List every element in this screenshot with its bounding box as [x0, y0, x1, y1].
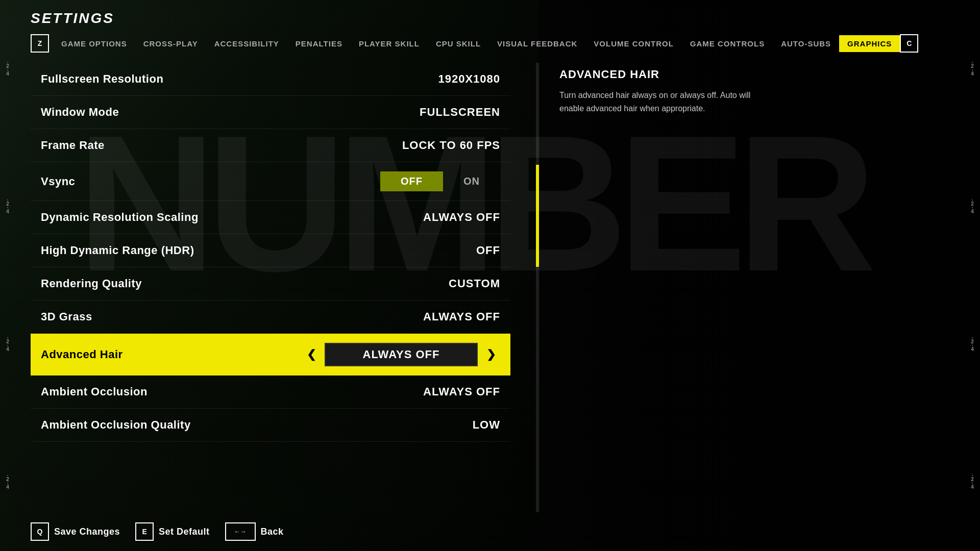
- info-panel-title: ADVANCED HAIR: [559, 68, 764, 81]
- setting-row-fullscreen-resolution[interactable]: Fullscreen Resolution 1920X1080: [31, 63, 510, 96]
- setting-value-rendering-quality: CUSTOM: [449, 277, 500, 290]
- setting-value-ambient-occlusion: ALWAYS OFF: [423, 385, 500, 398]
- vsync-toggle[interactable]: OFF ON: [380, 171, 500, 191]
- tab-cpu-skill[interactable]: CPU SKILL: [428, 35, 489, 52]
- nav-tabs: Z GAME OPTIONS CROSS-PLAY ACCESSIBILITY …: [31, 34, 949, 53]
- tab-cross-play[interactable]: CROSS-PLAY: [135, 35, 206, 52]
- tab-graphics[interactable]: GRAPHICS: [839, 35, 900, 52]
- footer-set-default[interactable]: E Set Default: [135, 522, 210, 541]
- scroll-indicator: [536, 63, 539, 512]
- tab-accessibility[interactable]: ACCESSIBILITY: [206, 35, 287, 52]
- vsync-off-button[interactable]: OFF: [380, 171, 443, 191]
- tab-player-skill[interactable]: PLAYER SKILL: [351, 35, 428, 52]
- setting-value-ambient-occlusion-quality: LOW: [473, 418, 500, 432]
- setting-value-fullscreen-resolution: 1920X1080: [438, 72, 500, 86]
- header: SETTINGS Z GAME OPTIONS CROSS-PLAY ACCES…: [0, 0, 980, 53]
- setting-value-hdr: OFF: [476, 244, 500, 257]
- scroll-thumb: [536, 165, 539, 267]
- setting-row-window-mode[interactable]: Window Mode FULLSCREEN: [31, 96, 510, 129]
- tab-volume-control[interactable]: VOLUME CONTROL: [585, 35, 682, 52]
- back-key: ←→: [225, 522, 256, 541]
- tab-game-options[interactable]: GAME OPTIONS: [53, 35, 135, 52]
- setting-name-hdr: High Dynamic Range (HDR): [41, 244, 194, 257]
- tab-game-controls[interactable]: GAME CONTROLS: [682, 35, 773, 52]
- advanced-hair-left-arrow[interactable]: ❮: [302, 344, 321, 365]
- setting-value-dynamic-resolution: ALWAYS OFF: [423, 211, 500, 224]
- info-panel: ADVANCED HAIR Turn advanced hair always …: [559, 63, 764, 512]
- nav-left-bracket[interactable]: Z: [31, 34, 49, 53]
- footer: Q Save Changes E Set Default ←→ Back: [0, 512, 980, 551]
- setting-row-3d-grass[interactable]: 3D Grass ALWAYS OFF: [31, 300, 510, 334]
- tab-visual-feedback[interactable]: VISUAL FEEDBACK: [489, 35, 585, 52]
- advanced-hair-right-arrow[interactable]: ❯: [482, 344, 500, 365]
- setting-value-window-mode: FULLSCREEN: [420, 106, 500, 119]
- setting-name-3d-grass: 3D Grass: [41, 310, 92, 323]
- setting-name-ambient-occlusion-quality: Ambient Occlusion Quality: [41, 418, 191, 432]
- setting-row-ambient-occlusion-quality[interactable]: Ambient Occlusion Quality LOW: [31, 409, 510, 442]
- tab-penalties[interactable]: PENALTIES: [287, 35, 351, 52]
- setting-name-ambient-occlusion: Ambient Occlusion: [41, 385, 148, 398]
- setting-row-dynamic-resolution[interactable]: Dynamic Resolution Scaling ALWAYS OFF: [31, 201, 510, 234]
- save-changes-label: Save Changes: [54, 527, 120, 537]
- settings-list: Fullscreen Resolution 1920X1080 Window M…: [31, 63, 510, 512]
- main-content: SETTINGS Z GAME OPTIONS CROSS-PLAY ACCES…: [0, 0, 980, 551]
- advanced-hair-value-box: ALWAYS OFF: [325, 343, 478, 366]
- back-label: Back: [261, 527, 284, 537]
- setting-name-fullscreen-resolution: Fullscreen Resolution: [41, 72, 163, 86]
- setting-row-vsync[interactable]: Vsync OFF ON: [31, 162, 510, 201]
- vsync-on-button[interactable]: ON: [443, 171, 500, 191]
- setting-name-rendering-quality: Rendering Quality: [41, 277, 142, 290]
- setting-name-dynamic-resolution: Dynamic Resolution Scaling: [41, 211, 199, 224]
- footer-back[interactable]: ←→ Back: [225, 522, 284, 541]
- setting-row-hdr[interactable]: High Dynamic Range (HDR) OFF: [31, 234, 510, 267]
- setting-name-advanced-hair: Advanced Hair: [41, 348, 123, 361]
- set-default-label: Set Default: [159, 527, 210, 537]
- tab-auto-subs[interactable]: AUTO-SUBS: [773, 35, 839, 52]
- save-changes-key: Q: [31, 522, 49, 541]
- setting-name-window-mode: Window Mode: [41, 106, 119, 119]
- set-default-key: E: [135, 522, 154, 541]
- setting-value-frame-rate: LOCK TO 60 FPS: [402, 139, 500, 152]
- footer-save-changes[interactable]: Q Save Changes: [31, 522, 120, 541]
- info-panel-description: Turn advanced hair always on or always o…: [559, 89, 764, 115]
- setting-name-frame-rate: Frame Rate: [41, 139, 105, 152]
- advanced-hair-selector[interactable]: ❮ ALWAYS OFF ❯: [302, 343, 500, 366]
- nav-right-bracket[interactable]: C: [900, 34, 918, 53]
- setting-value-3d-grass: ALWAYS OFF: [423, 310, 500, 323]
- setting-row-ambient-occlusion[interactable]: Ambient Occlusion ALWAYS OFF: [31, 375, 510, 409]
- setting-row-advanced-hair[interactable]: Advanced Hair ❮ ALWAYS OFF ❯: [31, 334, 510, 375]
- settings-area: Fullscreen Resolution 1920X1080 Window M…: [0, 63, 980, 512]
- page-title: SETTINGS: [31, 10, 949, 27]
- setting-name-vsync: Vsync: [41, 175, 75, 188]
- setting-row-rendering-quality[interactable]: Rendering Quality CUSTOM: [31, 267, 510, 300]
- setting-row-frame-rate[interactable]: Frame Rate LOCK TO 60 FPS: [31, 129, 510, 162]
